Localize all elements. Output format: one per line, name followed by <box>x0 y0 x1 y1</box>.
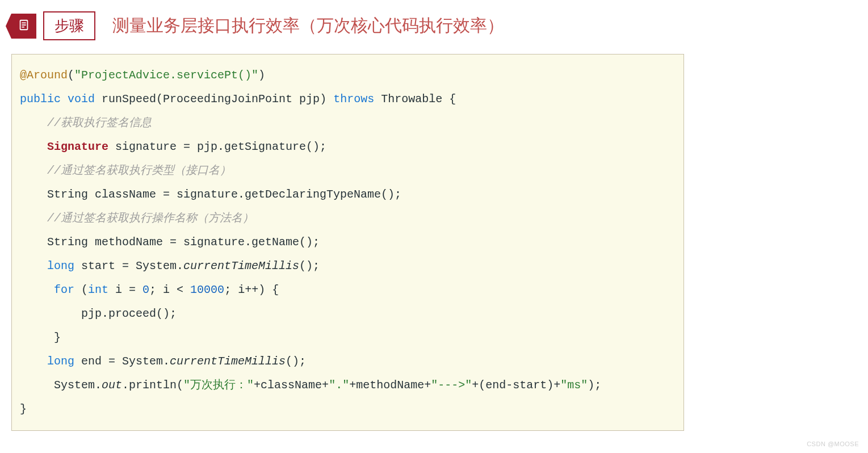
code-line-12: } <box>20 326 676 350</box>
page-title: 测量业务层接口执行效率（万次核心代码执行效率） <box>112 14 504 37</box>
code-line-2: public void runSpeed(ProceedingJoinPoint… <box>20 87 676 111</box>
code-line-1: @Around("ProjectAdvice.servicePt()") <box>20 64 676 87</box>
code-line-4: Signature signature = pjp.getSignature()… <box>20 135 676 159</box>
code-line-13: long end = System.currentTimeMillis(); <box>20 350 676 374</box>
document-icon <box>11 14 36 39</box>
code-line-3: //获取执行签名信息 <box>20 111 676 135</box>
code-line-10: for (int i = 0; i < 10000; i++) { <box>20 278 676 302</box>
header: 步骤 测量业务层接口执行效率（万次核心代码执行效率） <box>11 11 857 40</box>
watermark: CSDN @MOOSE <box>807 441 859 442</box>
document-icon-glyph <box>18 19 30 33</box>
code-line-14: System.out.println("万次执行："+className+"."… <box>20 374 676 397</box>
code-line-15: } <box>20 397 676 421</box>
code-line-8: String methodName = signature.getName(); <box>20 230 676 254</box>
step-badge: 步骤 <box>43 11 95 40</box>
code-line-6: String className = signature.getDeclarin… <box>20 183 676 207</box>
code-line-5: //通过签名获取执行类型（接口名） <box>20 159 676 183</box>
code-line-9: long start = System.currentTimeMillis(); <box>20 254 676 278</box>
code-line-11: pjp.proceed(); <box>20 302 676 326</box>
code-block: @Around("ProjectAdvice.servicePt()") pub… <box>11 54 684 431</box>
code-line-7: //通过签名获取执行操作名称（方法名） <box>20 207 676 230</box>
